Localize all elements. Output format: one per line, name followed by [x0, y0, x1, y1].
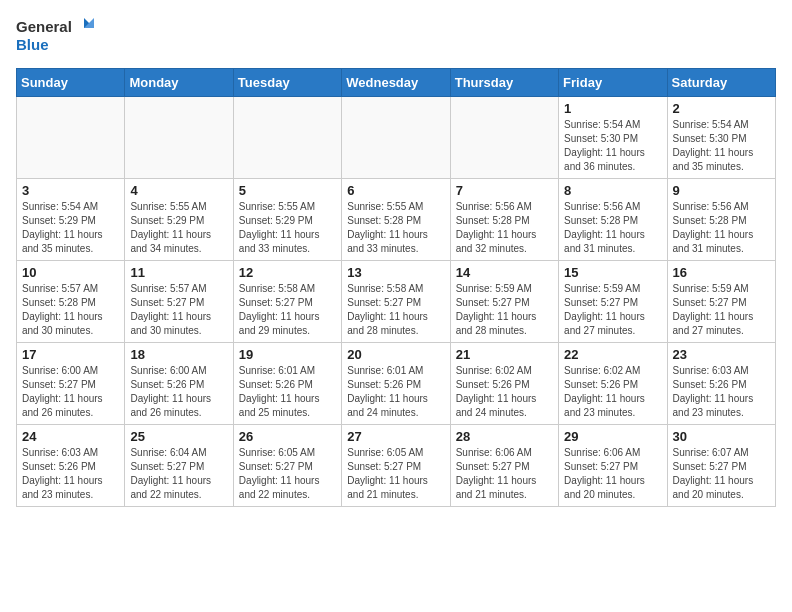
day-info: Sunrise: 6:05 AM Sunset: 5:27 PM Dayligh… [347, 446, 444, 502]
calendar-cell: 18Sunrise: 6:00 AM Sunset: 5:26 PM Dayli… [125, 343, 233, 425]
calendar-week-row: 10Sunrise: 5:57 AM Sunset: 5:28 PM Dayli… [17, 261, 776, 343]
day-info: Sunrise: 6:06 AM Sunset: 5:27 PM Dayligh… [564, 446, 661, 502]
day-info: Sunrise: 5:54 AM Sunset: 5:30 PM Dayligh… [673, 118, 770, 174]
weekday-header-monday: Monday [125, 69, 233, 97]
calendar-cell: 29Sunrise: 6:06 AM Sunset: 5:27 PM Dayli… [559, 425, 667, 507]
day-info: Sunrise: 5:55 AM Sunset: 5:28 PM Dayligh… [347, 200, 444, 256]
calendar-cell [342, 97, 450, 179]
day-info: Sunrise: 5:55 AM Sunset: 5:29 PM Dayligh… [130, 200, 227, 256]
day-info: Sunrise: 6:06 AM Sunset: 5:27 PM Dayligh… [456, 446, 553, 502]
day-info: Sunrise: 5:54 AM Sunset: 5:29 PM Dayligh… [22, 200, 119, 256]
weekday-header-tuesday: Tuesday [233, 69, 341, 97]
day-number: 25 [130, 429, 227, 444]
day-number: 11 [130, 265, 227, 280]
day-number: 13 [347, 265, 444, 280]
logo: GeneralBlue [16, 16, 96, 56]
calendar-cell: 8Sunrise: 5:56 AM Sunset: 5:28 PM Daylig… [559, 179, 667, 261]
day-number: 19 [239, 347, 336, 362]
calendar-cell: 25Sunrise: 6:04 AM Sunset: 5:27 PM Dayli… [125, 425, 233, 507]
day-info: Sunrise: 6:04 AM Sunset: 5:27 PM Dayligh… [130, 446, 227, 502]
calendar-cell: 1Sunrise: 5:54 AM Sunset: 5:30 PM Daylig… [559, 97, 667, 179]
day-info: Sunrise: 6:00 AM Sunset: 5:27 PM Dayligh… [22, 364, 119, 420]
day-info: Sunrise: 5:57 AM Sunset: 5:28 PM Dayligh… [22, 282, 119, 338]
calendar-cell: 3Sunrise: 5:54 AM Sunset: 5:29 PM Daylig… [17, 179, 125, 261]
calendar-cell: 2Sunrise: 5:54 AM Sunset: 5:30 PM Daylig… [667, 97, 775, 179]
calendar-cell [125, 97, 233, 179]
day-number: 18 [130, 347, 227, 362]
day-info: Sunrise: 6:00 AM Sunset: 5:26 PM Dayligh… [130, 364, 227, 420]
calendar-cell: 20Sunrise: 6:01 AM Sunset: 5:26 PM Dayli… [342, 343, 450, 425]
calendar-cell: 10Sunrise: 5:57 AM Sunset: 5:28 PM Dayli… [17, 261, 125, 343]
day-number: 30 [673, 429, 770, 444]
day-number: 29 [564, 429, 661, 444]
logo-svg: GeneralBlue [16, 16, 96, 56]
calendar-cell: 24Sunrise: 6:03 AM Sunset: 5:26 PM Dayli… [17, 425, 125, 507]
day-info: Sunrise: 5:59 AM Sunset: 5:27 PM Dayligh… [456, 282, 553, 338]
day-info: Sunrise: 6:05 AM Sunset: 5:27 PM Dayligh… [239, 446, 336, 502]
day-number: 8 [564, 183, 661, 198]
day-info: Sunrise: 5:59 AM Sunset: 5:27 PM Dayligh… [564, 282, 661, 338]
page-header: GeneralBlue [16, 16, 776, 56]
calendar-cell: 28Sunrise: 6:06 AM Sunset: 5:27 PM Dayli… [450, 425, 558, 507]
weekday-header-sunday: Sunday [17, 69, 125, 97]
calendar-cell: 7Sunrise: 5:56 AM Sunset: 5:28 PM Daylig… [450, 179, 558, 261]
day-info: Sunrise: 6:02 AM Sunset: 5:26 PM Dayligh… [456, 364, 553, 420]
calendar-cell: 19Sunrise: 6:01 AM Sunset: 5:26 PM Dayli… [233, 343, 341, 425]
day-number: 26 [239, 429, 336, 444]
calendar-week-row: 1Sunrise: 5:54 AM Sunset: 5:30 PM Daylig… [17, 97, 776, 179]
calendar-cell: 16Sunrise: 5:59 AM Sunset: 5:27 PM Dayli… [667, 261, 775, 343]
calendar-table: SundayMondayTuesdayWednesdayThursdayFrid… [16, 68, 776, 507]
day-info: Sunrise: 5:59 AM Sunset: 5:27 PM Dayligh… [673, 282, 770, 338]
weekday-header-saturday: Saturday [667, 69, 775, 97]
calendar-cell: 26Sunrise: 6:05 AM Sunset: 5:27 PM Dayli… [233, 425, 341, 507]
calendar-cell: 30Sunrise: 6:07 AM Sunset: 5:27 PM Dayli… [667, 425, 775, 507]
calendar-cell [233, 97, 341, 179]
day-info: Sunrise: 6:02 AM Sunset: 5:26 PM Dayligh… [564, 364, 661, 420]
calendar-cell: 15Sunrise: 5:59 AM Sunset: 5:27 PM Dayli… [559, 261, 667, 343]
calendar-cell: 27Sunrise: 6:05 AM Sunset: 5:27 PM Dayli… [342, 425, 450, 507]
calendar-week-row: 24Sunrise: 6:03 AM Sunset: 5:26 PM Dayli… [17, 425, 776, 507]
day-number: 12 [239, 265, 336, 280]
calendar-cell: 11Sunrise: 5:57 AM Sunset: 5:27 PM Dayli… [125, 261, 233, 343]
day-info: Sunrise: 5:56 AM Sunset: 5:28 PM Dayligh… [673, 200, 770, 256]
calendar-cell: 17Sunrise: 6:00 AM Sunset: 5:27 PM Dayli… [17, 343, 125, 425]
day-number: 4 [130, 183, 227, 198]
day-number: 2 [673, 101, 770, 116]
day-info: Sunrise: 5:55 AM Sunset: 5:29 PM Dayligh… [239, 200, 336, 256]
day-info: Sunrise: 6:07 AM Sunset: 5:27 PM Dayligh… [673, 446, 770, 502]
calendar-cell: 22Sunrise: 6:02 AM Sunset: 5:26 PM Dayli… [559, 343, 667, 425]
day-number: 21 [456, 347, 553, 362]
day-info: Sunrise: 5:58 AM Sunset: 5:27 PM Dayligh… [239, 282, 336, 338]
day-info: Sunrise: 5:57 AM Sunset: 5:27 PM Dayligh… [130, 282, 227, 338]
day-number: 27 [347, 429, 444, 444]
day-number: 15 [564, 265, 661, 280]
day-number: 5 [239, 183, 336, 198]
svg-text:Blue: Blue [16, 36, 49, 53]
day-info: Sunrise: 6:01 AM Sunset: 5:26 PM Dayligh… [347, 364, 444, 420]
day-number: 6 [347, 183, 444, 198]
calendar-cell [450, 97, 558, 179]
svg-text:General: General [16, 18, 72, 35]
weekday-header-friday: Friday [559, 69, 667, 97]
weekday-header-wednesday: Wednesday [342, 69, 450, 97]
day-number: 14 [456, 265, 553, 280]
calendar-week-row: 17Sunrise: 6:00 AM Sunset: 5:27 PM Dayli… [17, 343, 776, 425]
day-info: Sunrise: 6:03 AM Sunset: 5:26 PM Dayligh… [673, 364, 770, 420]
calendar-cell: 4Sunrise: 5:55 AM Sunset: 5:29 PM Daylig… [125, 179, 233, 261]
day-number: 20 [347, 347, 444, 362]
day-number: 9 [673, 183, 770, 198]
calendar-week-row: 3Sunrise: 5:54 AM Sunset: 5:29 PM Daylig… [17, 179, 776, 261]
day-number: 22 [564, 347, 661, 362]
day-number: 16 [673, 265, 770, 280]
calendar-cell: 23Sunrise: 6:03 AM Sunset: 5:26 PM Dayli… [667, 343, 775, 425]
calendar-cell: 13Sunrise: 5:58 AM Sunset: 5:27 PM Dayli… [342, 261, 450, 343]
day-info: Sunrise: 5:58 AM Sunset: 5:27 PM Dayligh… [347, 282, 444, 338]
calendar-cell [17, 97, 125, 179]
calendar-cell: 14Sunrise: 5:59 AM Sunset: 5:27 PM Dayli… [450, 261, 558, 343]
calendar-cell: 12Sunrise: 5:58 AM Sunset: 5:27 PM Dayli… [233, 261, 341, 343]
day-info: Sunrise: 6:01 AM Sunset: 5:26 PM Dayligh… [239, 364, 336, 420]
calendar-cell: 9Sunrise: 5:56 AM Sunset: 5:28 PM Daylig… [667, 179, 775, 261]
weekday-header-thursday: Thursday [450, 69, 558, 97]
calendar-cell: 6Sunrise: 5:55 AM Sunset: 5:28 PM Daylig… [342, 179, 450, 261]
day-info: Sunrise: 6:03 AM Sunset: 5:26 PM Dayligh… [22, 446, 119, 502]
